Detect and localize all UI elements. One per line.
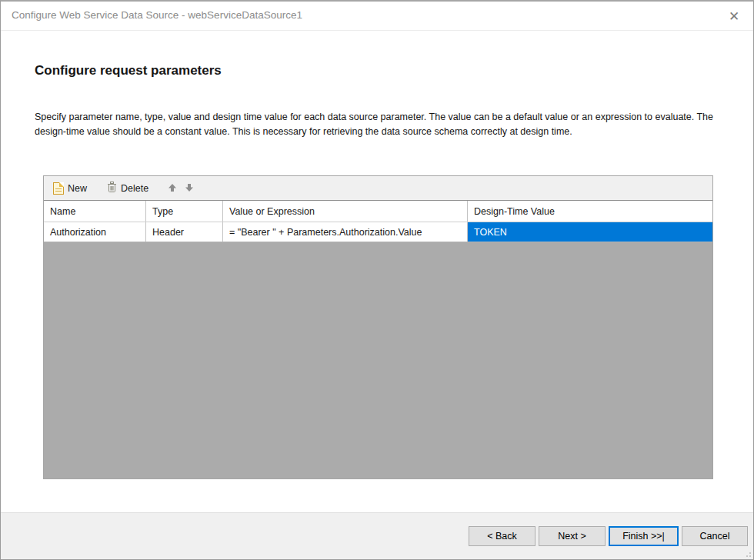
- new-button-label: New: [68, 183, 87, 194]
- table-row: Authorization Header = "Bearer " + Param…: [44, 222, 712, 242]
- column-header-type: Type: [146, 201, 223, 222]
- column-header-value: Value or Expression: [223, 201, 468, 222]
- page-title: Configure request parameters: [35, 63, 222, 78]
- move-down-button[interactable]: [181, 179, 198, 198]
- cancel-button[interactable]: Cancel: [682, 526, 748, 546]
- page-description: Specify parameter name, type, value and …: [35, 110, 723, 139]
- cell-name[interactable]: Authorization: [44, 222, 146, 242]
- footer-bar: < Back Next > Finish >>| Cancel: [1, 512, 753, 559]
- grid-empty-area: [44, 242, 712, 478]
- delete-parameter-button[interactable]: Delete: [102, 179, 153, 198]
- close-icon[interactable]: ✕: [724, 7, 744, 25]
- cell-design-time-value[interactable]: TOKEN: [468, 222, 712, 242]
- finish-button[interactable]: Finish >>|: [609, 526, 679, 546]
- resize-grip-icon[interactable]: [745, 551, 751, 557]
- down-arrow-icon: [185, 182, 194, 195]
- back-button[interactable]: < Back: [469, 526, 535, 546]
- up-arrow-icon: [168, 182, 177, 195]
- column-header-name: Name: [44, 201, 146, 222]
- parameters-toolbar: New Delete: [44, 176, 712, 201]
- grid-header-row: Name Type Value or Expression Design-Tim…: [44, 201, 712, 222]
- new-document-icon: [53, 182, 64, 195]
- trash-icon: [107, 182, 117, 195]
- new-parameter-button[interactable]: New: [48, 179, 92, 198]
- cell-type[interactable]: Header: [146, 222, 223, 242]
- next-button[interactable]: Next >: [539, 526, 606, 546]
- window-title: Configure Web Service Data Source - webS…: [12, 9, 302, 21]
- move-up-button[interactable]: [164, 179, 181, 198]
- titlebar: Configure Web Service Data Source - webS…: [1, 2, 753, 31]
- column-header-design-time-value: Design-Time Value: [468, 201, 712, 222]
- parameters-editor: New Delete: [43, 175, 713, 479]
- delete-button-label: Delete: [121, 183, 148, 194]
- wizard-dialog: Configure Web Service Data Source - webS…: [0, 0, 754, 560]
- cell-value-expression[interactable]: = "Bearer " + Parameters.Authorization.V…: [223, 222, 468, 242]
